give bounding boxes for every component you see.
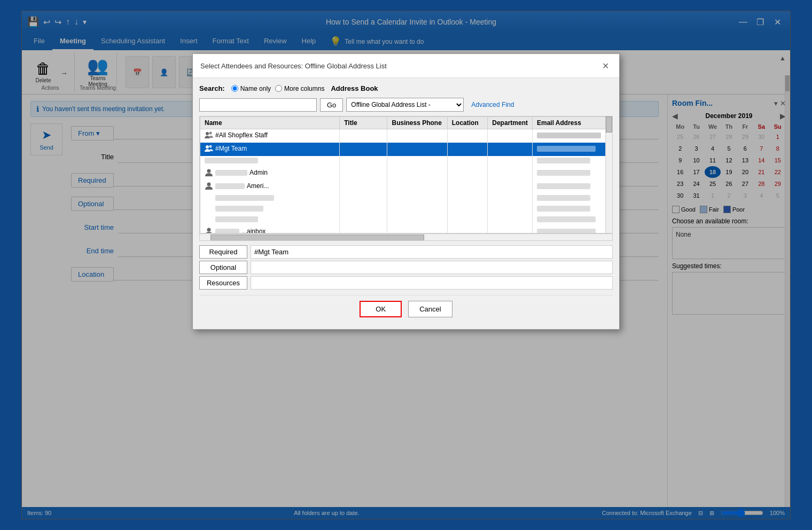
attendee-name-cell: #All Shopflex Staff bbox=[200, 129, 340, 143]
optional-field-row: Optional bbox=[199, 261, 613, 274]
attendee-row[interactable]: Admin bbox=[200, 167, 606, 180]
address-book-dropdown[interactable]: Offline Global Address List - bbox=[346, 98, 464, 112]
search-input-row: Go Offline Global Address List - Advance… bbox=[199, 98, 613, 112]
mgt-location-cell bbox=[447, 143, 488, 156]
mgt-title-cell bbox=[340, 143, 387, 156]
table-scrollbar-thumb[interactable] bbox=[606, 116, 612, 132]
attendee-table-wrapper: Name Title Business Phone Location Depar… bbox=[199, 116, 613, 233]
resources-field-row: Resources bbox=[199, 276, 613, 290]
more-columns-label: More columns bbox=[284, 85, 324, 92]
email-cell bbox=[532, 129, 605, 143]
group-person-icon-selected bbox=[205, 144, 213, 153]
required-assign-button[interactable]: Required bbox=[199, 245, 247, 259]
svg-point-6 bbox=[207, 228, 211, 232]
name-only-radio[interactable]: Name only bbox=[231, 85, 271, 92]
svg-point-3 bbox=[209, 145, 212, 148]
horizontal-scrollbar[interactable] bbox=[199, 233, 613, 241]
mgt-email-cell bbox=[532, 143, 605, 156]
name-only-label: Name only bbox=[240, 85, 271, 92]
select-attendees-dialog: Select Attendees and Resources: Offline … bbox=[192, 53, 620, 330]
attendee-table-header: Name Title Business Phone Location Depar… bbox=[200, 117, 606, 129]
cancel-button[interactable]: Cancel bbox=[408, 301, 452, 317]
title-cell bbox=[340, 129, 387, 143]
more-columns-radio-input[interactable] bbox=[275, 85, 282, 92]
search-label: Search: bbox=[199, 84, 225, 92]
more-columns-radio[interactable]: More columns bbox=[275, 85, 324, 92]
resources-assign-input[interactable] bbox=[251, 276, 613, 290]
col-department[interactable]: Department bbox=[488, 117, 533, 129]
attendee-row[interactable] bbox=[200, 215, 606, 225]
attendee-row-selected[interactable]: #Mgt Team bbox=[200, 143, 606, 156]
svg-point-0 bbox=[206, 132, 209, 135]
col-name[interactable]: Name bbox=[200, 117, 340, 129]
attendee-row[interactable] bbox=[200, 204, 606, 215]
col-email[interactable]: Email Address bbox=[532, 117, 605, 129]
name-only-radio-input[interactable] bbox=[231, 85, 238, 92]
admin-suffix: Admin bbox=[249, 169, 268, 176]
attendee-row[interactable]: ...ainbox bbox=[200, 225, 606, 233]
address-book-label: Address Book bbox=[331, 84, 378, 92]
dialog-title-text: Select Attendees and Resources: Offline … bbox=[200, 62, 387, 70]
attendee-row[interactable] bbox=[200, 193, 606, 204]
attendee-assignment-fields: Required Optional Resources bbox=[199, 245, 613, 290]
phone-cell bbox=[387, 129, 447, 143]
dialog-title-bar: Select Attendees and Resources: Offline … bbox=[193, 54, 619, 78]
admin-name-cell: Admin bbox=[200, 167, 340, 180]
col-phone[interactable]: Business Phone bbox=[387, 117, 447, 129]
all-shopflex-name: #All Shopflex Staff bbox=[215, 131, 268, 139]
mgt-dept-cell bbox=[488, 143, 533, 156]
dialog-overlay: Select Attendees and Resources: Offline … bbox=[0, 0, 812, 530]
ameri-suffix: Ameri... bbox=[247, 182, 269, 190]
dialog-body: Search: Name only More columns Address B… bbox=[193, 78, 619, 329]
required-field-row: Required bbox=[199, 245, 613, 259]
location-cell bbox=[447, 129, 488, 143]
optional-assign-input[interactable] bbox=[251, 261, 613, 274]
group-person-icon bbox=[205, 131, 213, 139]
resources-assign-button[interactable]: Resources bbox=[199, 276, 247, 290]
dialog-footer: OK Cancel bbox=[199, 295, 613, 323]
attendee-row[interactable] bbox=[200, 156, 606, 167]
svg-point-4 bbox=[207, 169, 211, 173]
attendee-row[interactable]: Ameri... bbox=[200, 180, 606, 193]
ameri-name-cell: Ameri... bbox=[200, 180, 340, 193]
col-title[interactable]: Title bbox=[340, 117, 387, 129]
attendee-table: Name Title Business Phone Location Depar… bbox=[200, 116, 606, 233]
blurred-name-1 bbox=[200, 156, 340, 167]
advanced-find-link[interactable]: Advanced Find bbox=[471, 101, 514, 108]
svg-point-2 bbox=[206, 145, 209, 149]
search-field-input[interactable] bbox=[199, 98, 317, 112]
svg-point-1 bbox=[209, 132, 212, 135]
dialog-close-button[interactable]: ✕ bbox=[599, 59, 612, 72]
person-icon-3 bbox=[205, 227, 213, 233]
col-location[interactable]: Location bbox=[447, 117, 488, 129]
svg-point-5 bbox=[207, 183, 211, 186]
go-button[interactable]: Go bbox=[320, 98, 343, 112]
table-scrollbar-track[interactable] bbox=[606, 116, 612, 233]
optional-assign-button[interactable]: Optional bbox=[199, 261, 247, 274]
mgt-phone-cell bbox=[387, 143, 447, 156]
person-icon-2 bbox=[205, 182, 213, 190]
dept-cell bbox=[488, 129, 533, 143]
required-assign-input[interactable] bbox=[251, 245, 613, 259]
person-icon bbox=[205, 168, 213, 177]
ok-button[interactable]: OK bbox=[360, 301, 402, 317]
search-radio-group: Name only More columns bbox=[231, 85, 325, 92]
mgt-name-cell: #Mgt Team bbox=[200, 143, 340, 156]
ainbox-suffix: ...ainbox bbox=[241, 228, 266, 233]
search-options-row: Search: Name only More columns Address B… bbox=[199, 84, 613, 92]
horizontal-scrollbar-thumb[interactable] bbox=[210, 235, 424, 241]
attendee-row[interactable]: #All Shopflex Staff bbox=[200, 129, 606, 143]
mgt-team-name: #Mgt Team bbox=[215, 145, 247, 152]
